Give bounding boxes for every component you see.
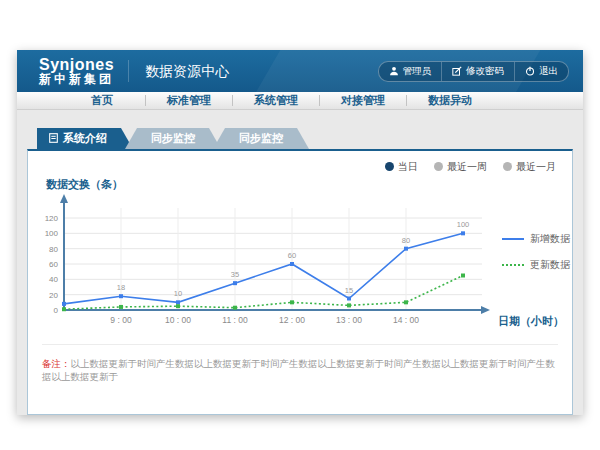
solid-line-icon bbox=[502, 238, 524, 240]
change-password-button[interactable]: 修改密码 bbox=[441, 62, 514, 81]
nav-item-interface-mgmt[interactable]: 对接管理 bbox=[320, 93, 406, 108]
svg-text:35: 35 bbox=[231, 270, 239, 279]
app-window: Synjones 新中新集团 数据资源中心 管理员 修改密码 退出 bbox=[17, 50, 583, 415]
svg-text:80: 80 bbox=[49, 245, 58, 254]
svg-text:120: 120 bbox=[45, 214, 59, 223]
nav-item-data-change[interactable]: 数据异动 bbox=[407, 93, 493, 108]
top-header: Synjones 新中新集团 数据资源中心 管理员 修改密码 退出 bbox=[17, 50, 583, 92]
header-action-group: 管理员 修改密码 退出 bbox=[378, 61, 570, 82]
svg-text:9 : 00: 9 : 00 bbox=[110, 315, 132, 325]
range-label: 当日 bbox=[398, 160, 418, 174]
radio-unselected-icon bbox=[434, 162, 443, 171]
content-area: 系统介绍 同步监控 同步监控 当日 最近一周 bbox=[17, 110, 583, 415]
radio-selected-icon bbox=[385, 162, 394, 171]
edit-icon bbox=[452, 66, 462, 76]
svg-text:10 : 00: 10 : 00 bbox=[165, 315, 191, 325]
note-text: 以上数据更新于时间产生数据以上数据更新于时间产生数据以上数据更新于时间产生数据以… bbox=[42, 358, 555, 382]
nav-item-home[interactable]: 首页 bbox=[59, 93, 145, 108]
tab-label: 同步监控 bbox=[151, 131, 195, 146]
svg-text:60: 60 bbox=[49, 260, 58, 269]
logout-label: 退出 bbox=[539, 65, 558, 78]
legend-item-updated-data[interactable]: 更新数据 bbox=[502, 258, 570, 272]
legend-item-new-data[interactable]: 新增数据 bbox=[502, 232, 570, 246]
chart-legend: 新增数据 更新数据 bbox=[502, 232, 570, 272]
main-nav: 首页 标准管理 系统管理 对接管理 数据异动 bbox=[17, 92, 583, 110]
note-label: 备注： bbox=[42, 358, 71, 369]
logo-chinese: 新中新集团 bbox=[39, 73, 114, 86]
nav-item-system-mgmt[interactable]: 系统管理 bbox=[233, 93, 319, 108]
legend-label: 新增数据 bbox=[530, 232, 570, 246]
svg-text:18: 18 bbox=[117, 283, 125, 292]
logout-button[interactable]: 退出 bbox=[514, 62, 568, 81]
chart-canvas: 0204060801001209 : 0010 : 0011 : 0012 : … bbox=[36, 192, 491, 337]
admin-user-button[interactable]: 管理员 bbox=[379, 62, 442, 81]
tab-bar: 系统介绍 同步监控 同步监控 bbox=[37, 128, 573, 149]
svg-text:20: 20 bbox=[49, 291, 58, 300]
svg-text:80: 80 bbox=[402, 236, 410, 245]
range-label: 最近一月 bbox=[516, 160, 556, 174]
svg-text:13 : 00: 13 : 00 bbox=[336, 315, 362, 325]
legend-label: 更新数据 bbox=[530, 258, 570, 272]
range-label: 最近一周 bbox=[447, 160, 487, 174]
range-option-last-week[interactable]: 最近一周 bbox=[434, 160, 487, 174]
svg-text:40: 40 bbox=[49, 275, 58, 284]
change-password-label: 修改密码 bbox=[466, 65, 504, 78]
svg-text:0: 0 bbox=[54, 306, 59, 315]
tab-system-intro[interactable]: 系统介绍 bbox=[37, 128, 133, 149]
tab-sync-monitor-1[interactable]: 同步监控 bbox=[125, 128, 221, 149]
y-axis-title: 数据交换（条） bbox=[46, 177, 572, 192]
chart-panel: 当日 最近一周 最近一月 数据交换（条） 0204060801001209 : … bbox=[27, 149, 573, 415]
company-logo: Synjones 新中新集团 bbox=[39, 56, 114, 87]
svg-text:11 : 00: 11 : 00 bbox=[222, 315, 248, 325]
svg-text:10: 10 bbox=[174, 289, 182, 298]
svg-text:100: 100 bbox=[45, 229, 59, 238]
x-axis-title: 日期（小时） bbox=[498, 314, 564, 329]
page-title: 数据资源中心 bbox=[128, 60, 229, 82]
range-option-today[interactable]: 当日 bbox=[385, 160, 418, 174]
svg-text:100: 100 bbox=[457, 220, 470, 229]
svg-text:14 : 00: 14 : 00 bbox=[393, 315, 419, 325]
dotted-line-icon bbox=[502, 264, 524, 266]
nav-item-standard-mgmt[interactable]: 标准管理 bbox=[146, 93, 232, 108]
admin-user-label: 管理员 bbox=[403, 65, 432, 78]
time-range-selector: 当日 最近一周 最近一月 bbox=[28, 151, 572, 173]
range-option-last-month[interactable]: 最近一月 bbox=[503, 160, 556, 174]
document-icon bbox=[49, 133, 58, 145]
radio-unselected-icon bbox=[503, 162, 512, 171]
svg-text:12 : 00: 12 : 00 bbox=[279, 315, 305, 325]
power-icon bbox=[525, 66, 535, 76]
svg-text:60: 60 bbox=[288, 251, 296, 260]
line-chart: 0204060801001209 : 0010 : 0011 : 0012 : … bbox=[36, 192, 572, 340]
tab-sync-monitor-2[interactable]: 同步监控 bbox=[213, 128, 309, 149]
footnote: 备注：以上数据更新于时间产生数据以上数据更新于时间产生数据以上数据更新于时间产生… bbox=[42, 344, 558, 384]
logo-english: Synjones bbox=[39, 56, 114, 74]
tab-label: 同步监控 bbox=[239, 131, 283, 146]
svg-text:15: 15 bbox=[345, 286, 353, 295]
tab-label: 系统介绍 bbox=[63, 131, 107, 146]
user-icon bbox=[389, 66, 399, 76]
